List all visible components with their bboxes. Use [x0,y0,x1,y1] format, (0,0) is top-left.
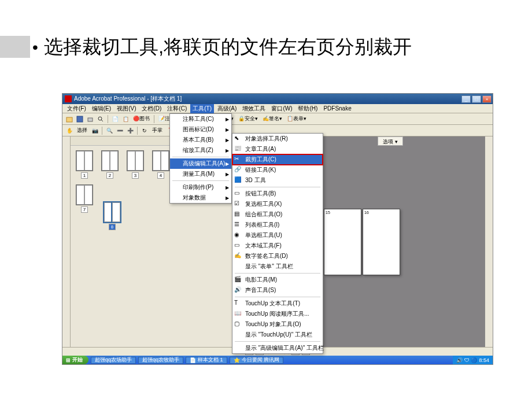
submenu-combo[interactable]: ▤组合框工具(O) [232,209,323,220]
tb-biaodan[interactable]: 📋表单▾ [285,115,308,123]
thumb-7[interactable]: 7 [73,184,96,230]
submenu-link[interactable]: 🔗链接工具(K) [232,165,323,175]
textfield-icon: ▭ [234,242,242,250]
submenu-movie[interactable]: 🎬电影工具(M) [232,275,323,285]
tb-save-icon[interactable] [75,114,84,124]
tb-btn5[interactable]: 📄 [110,114,120,124]
right-sidebar[interactable] [485,136,493,347]
submenu-sound[interactable]: 🔊声音工具(S) [232,285,323,295]
menu-print-production[interactable]: 印刷制作(P)▶ [170,182,231,193]
tb-anquan[interactable]: 🔒安全▾ [237,115,260,123]
svg-line-4 [101,120,103,121]
tb-snapshot-icon[interactable]: 📷 [90,126,99,135]
menu-drawing-markup[interactable]: 图画标记(D)▶ [170,124,231,135]
tb-hand-icon[interactable]: ✋ [65,126,74,135]
titlebar: Adobe Acrobat Professional - [样本文档 1] _ … [62,94,493,104]
touchup-object-icon: ▢ [234,320,242,328]
submenu-show-advanced[interactable]: 显示 "高级编辑工具(A)" 工具栏 [232,343,323,353]
doc-page-16: 16 [363,209,400,275]
task-item-1[interactable]: 超强qq农场助手 [91,357,136,364]
thumb-4[interactable]: 4 [149,150,172,179]
article-icon: 📰 [234,145,242,153]
button-icon: ▭ [234,190,242,198]
thumb-8[interactable]: 8 [101,202,124,230]
menu-advanced[interactable]: 高级(A) [215,104,239,113]
movie-icon: 🎬 [234,276,242,284]
tb-zoom-icon[interactable]: 🔍 [105,126,114,135]
menu-object-data[interactable]: 对象数据▶ [170,193,231,203]
menu-view[interactable]: 视图(V) [114,104,138,113]
radio-icon: ◉ [234,231,242,239]
menu-plugins[interactable]: 增效工具 [240,104,268,113]
submenu-show-forms[interactable]: 显示 "表单" 工具栏 [232,261,323,272]
doc-page-15: 15 [324,209,361,275]
tb-zoomout-icon[interactable]: ➖ [115,126,124,135]
menu-advanced-editing[interactable]: 高级编辑工具(A)▶ [170,158,231,169]
submenu-3d[interactable]: 🟦3D 工具 [232,175,323,186]
svg-rect-1 [77,116,83,122]
tb-rotate-icon[interactable]: ↻ [140,126,149,135]
menu-basic-tools[interactable]: 基本工具(B)▶ [170,135,231,145]
menu-window[interactable]: 窗口(W) [269,104,294,113]
submenu-touchup-text[interactable]: TTouchUp 文本工具(T) [232,298,323,309]
submenu-show-touchup[interactable]: 显示 "TouchUp(U)" 工具栏 [232,330,323,340]
close-button[interactable]: × [482,95,492,103]
tb-search-icon[interactable] [96,114,105,124]
tray-icons[interactable]: 🔊 🛡 🔵 [456,357,477,363]
menu-edit[interactable]: 编辑(E) [90,104,113,113]
slide-bullet-text: • 选择裁切工具,将联页的文件左右页分别裁开 [44,32,507,61]
menu-measure-tools[interactable]: 测量工具(M)▶ [170,169,231,179]
touchup-text-icon: T [234,300,242,308]
menubar: 文件(F) 编辑(E) 视图(V) 文档(D) 注释(C) 工具(T) 高级(A… [62,104,493,113]
touchup-reading-icon: 📖 [234,310,242,318]
app-icon [65,95,72,102]
tb-tushu[interactable]: 🔴图书 [131,115,152,123]
task-item-3[interactable]: 📄样本文档 1 [186,357,227,364]
combo-icon: ▤ [234,210,242,219]
thumb-1[interactable]: 1 [73,150,96,179]
menu-zoom-tools[interactable]: 缩放工具(Z)▶ [170,145,231,156]
tb-zoomin-icon[interactable]: ➕ [125,126,135,135]
link-icon: 🔗 [234,166,242,174]
menu-comments[interactable]: 注释(C) [165,104,189,113]
tb-btn6[interactable]: 📋 [121,114,130,124]
tb-print-icon[interactable] [86,114,95,124]
menu-document[interactable]: 文档(D) [139,104,164,113]
submenu-touchup-reading[interactable]: 📖TouchUp 阅读顺序工具... [232,309,323,319]
menu-help[interactable]: 帮助(H) [295,104,320,113]
submenu-crop[interactable]: ✂裁剪工具(C) [232,154,323,165]
thumb-2[interactable]: 2 [98,150,121,179]
task-item-4[interactable]: ⭐今日要闻 腾讯网 [230,357,284,364]
minimize-button[interactable]: _ [461,95,471,103]
tb-select[interactable]: 选择 [75,127,89,134]
submenu-checkbox[interactable]: ☑复选框工具(X) [232,199,323,209]
svg-rect-0 [66,117,72,122]
menu-comment-tools[interactable]: 注释工具(C)▶ [170,114,231,124]
submenu-listbox[interactable]: ☰列表框工具(I) [232,220,323,230]
submenu-touchup-object[interactable]: ▢TouchUp 对象工具(O) [232,319,323,330]
sound-icon: 🔊 [234,286,242,294]
menu-pdfsnake[interactable]: PDFSnake [321,105,353,112]
options-dropdown[interactable]: 选项 ▾ [378,136,403,146]
tb-open-icon[interactable] [65,114,74,124]
system-tray[interactable]: 🔊 🛡 🔵 8:54 [453,356,493,364]
submenu-button[interactable]: ▭按钮工具(B) [232,189,323,199]
submenu-radio[interactable]: ◉单选框工具(U) [232,230,323,241]
submenu-signature[interactable]: ✍数字签名工具(D) [232,251,323,261]
advanced-editing-submenu: ⬉对象选择工具(R) 📰文章工具(A) ✂裁剪工具(C) 🔗链接工具(K) 🟦3… [232,133,323,354]
submenu-article[interactable]: 📰文章工具(A) [232,144,323,154]
start-button[interactable]: ⊞ 开始 [62,356,88,364]
submenu-textfield[interactable]: ▭文本域工具(F) [232,241,323,251]
thumb-3[interactable]: 3 [124,150,147,179]
tb-qianming[interactable]: ✍签名▾ [261,115,284,123]
tools-dropdown: 注释工具(C)▶ 图画标记(D)▶ 基本工具(B)▶ 缩放工具(Z)▶ 高级编辑… [169,113,232,204]
taskbar: ⊞ 开始 超强qq农场助手 超强qq农牧助手 📄样本文档 1 ⭐今日要闻 腾讯网… [62,356,493,364]
submenu-object-select[interactable]: ⬉对象选择工具(R) [232,134,323,144]
task-item-2[interactable]: 超强qq农牧助手 [138,357,183,364]
maximize-button[interactable]: □ [472,95,481,103]
menu-file[interactable]: 文件(F) [65,104,88,113]
tb-shouzhang[interactable]: 手掌 [150,127,164,134]
arrow-icon: ⬉ [234,135,242,143]
left-sidebar[interactable] [62,136,71,356]
menu-tools[interactable]: 工具(T) [190,104,214,113]
